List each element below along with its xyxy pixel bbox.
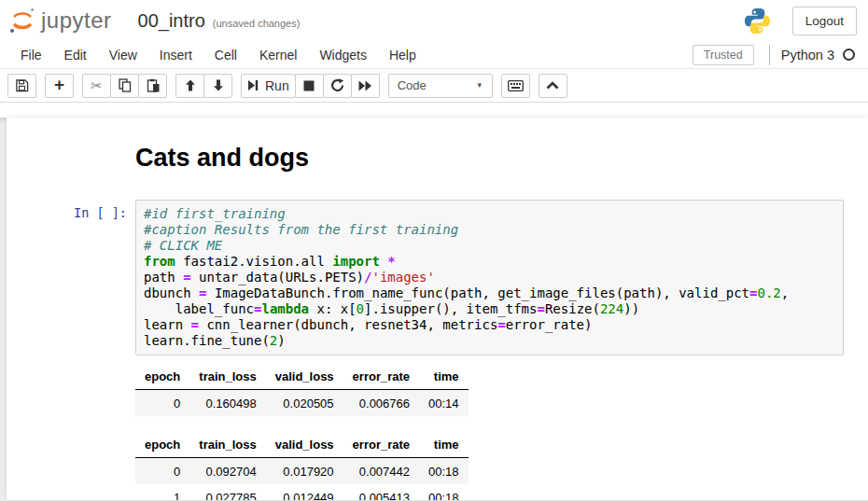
- markdown-cell-prompt: [11, 134, 135, 190]
- run-cell-button[interactable]: Run: [241, 74, 296, 98]
- menu-item-view[interactable]: View: [98, 43, 148, 67]
- table-cell: 0: [135, 390, 189, 417]
- fine-tune-results-table: epochtrain_lossvalid_losserror_ratetime …: [135, 432, 469, 500]
- move-down-icon: [213, 79, 224, 91]
- add-cell-icon: +: [54, 76, 64, 93]
- kernel-name: Python 3: [781, 48, 834, 63]
- python-logo-icon: [743, 7, 772, 35]
- command-palette-button[interactable]: [501, 74, 530, 98]
- kernel-idle-icon: [843, 49, 855, 61]
- menu-item-help[interactable]: Help: [378, 43, 427, 67]
- column-header: valid_loss: [266, 432, 343, 458]
- code-line: #caption Results from the first training: [144, 222, 835, 238]
- menu-item-kernel[interactable]: Kernel: [248, 43, 308, 67]
- table-cell: 00:18: [419, 484, 469, 500]
- menu-item-file[interactable]: File: [9, 43, 53, 67]
- move-up-icon: [185, 79, 196, 91]
- save-button[interactable]: [7, 74, 36, 98]
- copy-cell-button[interactable]: [110, 74, 139, 98]
- run-icon: [247, 79, 259, 91]
- add-cell-button[interactable]: +: [45, 74, 74, 98]
- interrupt-kernel-button[interactable]: [295, 74, 324, 98]
- trusted-button[interactable]: Trusted: [693, 45, 754, 65]
- notebook-title[interactable]: 00_intro: [138, 10, 205, 32]
- restart-icon: [330, 78, 344, 92]
- logout-button[interactable]: Logout: [792, 7, 857, 35]
- menu-item-edit[interactable]: Edit: [53, 43, 98, 67]
- menu-item-cell[interactable]: Cell: [203, 43, 248, 67]
- training-results-table: epochtrain_lossvalid_losserror_ratetime …: [135, 364, 469, 416]
- save-icon: [15, 78, 29, 92]
- jupyter-logo-icon: [7, 6, 37, 35]
- stop-icon: [303, 80, 315, 91]
- column-header: time: [419, 432, 469, 458]
- table-cell: 0.012449: [266, 484, 343, 500]
- code-line: from fastai2.vision.all import *: [144, 254, 835, 270]
- code-line: #id first_training: [144, 206, 835, 222]
- menubar-items: FileEditViewInsertCellKernelWidgetsHelp: [9, 43, 427, 67]
- column-header: time: [419, 364, 469, 390]
- copy-icon: [119, 78, 132, 92]
- cut-icon: ✂: [91, 78, 103, 92]
- table-cell: 0.005413: [343, 484, 419, 500]
- jupyter-logo[interactable]: jupyter: [7, 6, 112, 35]
- restart-kernel-button[interactable]: [323, 74, 352, 98]
- cell-type-value: Code: [398, 78, 427, 92]
- table-cell: 0.092704: [189, 458, 265, 485]
- column-header: error_rate: [343, 364, 419, 390]
- column-header: epoch: [135, 432, 189, 458]
- table-cell: 00:14: [419, 390, 469, 417]
- code-editor[interactable]: #id first_training#caption Results from …: [135, 200, 844, 355]
- table-cell: 0.020505: [266, 390, 343, 417]
- paste-icon: [147, 78, 160, 92]
- code-line: path = untar_data(URLs.PETS)/'images': [144, 270, 835, 285]
- column-header: epoch: [135, 364, 189, 390]
- menubar: FileEditViewInsertCellKernelWidgetsHelp …: [0, 41, 868, 69]
- menu-item-widgets[interactable]: Widgets: [308, 43, 378, 67]
- column-header: error_rate: [343, 432, 419, 458]
- move-cell-up-button[interactable]: [175, 74, 204, 98]
- dropdown-caret-icon: ▼: [476, 81, 483, 90]
- table-cell: 0: [135, 458, 189, 485]
- table-row: 00.0927040.0179200.00744200:18: [135, 458, 469, 485]
- code-cell[interactable]: In [ ]: #id first_training#caption Resul…: [7, 195, 868, 500]
- chevron-up-icon: [546, 81, 559, 90]
- menu-item-insert[interactable]: Insert: [148, 43, 203, 67]
- paste-cell-button[interactable]: [138, 74, 167, 98]
- notebook-panel: Cats and dogs In [ ]: #id first_training…: [0, 118, 868, 501]
- cell-type-select[interactable]: Code ▼: [388, 74, 493, 98]
- code-line: label_func=lambda x: x[0].isupper(), ite…: [144, 301, 835, 317]
- column-header: valid_loss: [266, 364, 343, 390]
- table-cell: 00:18: [419, 458, 469, 485]
- jupyter-wordmark: jupyter: [41, 7, 112, 34]
- notebook-header: jupyter 00_intro (unsaved changes) Logou…: [0, 0, 868, 41]
- checkpoint-status: (unsaved changes): [213, 18, 301, 29]
- input-prompt: In [ ]:: [11, 200, 135, 500]
- restart-run-all-button[interactable]: [351, 74, 380, 98]
- table-cell: 0.160498: [189, 390, 265, 417]
- markdown-cell[interactable]: Cats and dogs: [7, 130, 868, 195]
- table-cell: 0.017920: [266, 458, 343, 485]
- keyboard-icon: [508, 80, 524, 91]
- column-header: train_loss: [189, 364, 265, 390]
- code-line: dbunch = ImageDataBunch.from_name_func(p…: [144, 285, 835, 301]
- run-button-label: Run: [265, 78, 289, 93]
- scroll-up-button[interactable]: [539, 74, 567, 98]
- table-cell: 0.007442: [343, 458, 419, 485]
- table-header-row: epochtrain_lossvalid_losserror_ratetime: [135, 364, 469, 390]
- column-header: train_loss: [189, 432, 265, 458]
- cut-cell-button[interactable]: ✂: [82, 74, 111, 98]
- fast-forward-icon: [358, 80, 372, 91]
- table-row: 10.0277850.0124490.00541300:18: [135, 484, 469, 500]
- notebook: Cats and dogs In [ ]: #id first_training…: [7, 118, 868, 500]
- table-header-row: epochtrain_lossvalid_losserror_ratetime: [135, 432, 469, 458]
- table-cell: 1: [135, 484, 189, 500]
- menubar-divider: [769, 45, 770, 65]
- table-cell: 0.027785: [189, 484, 265, 500]
- toolbar: + ✂: [0, 69, 868, 103]
- move-cell-down-button[interactable]: [203, 74, 232, 98]
- code-line: learn.fine_tune(2): [144, 333, 835, 349]
- code-line: learn = cnn_learner(dbunch, resnet34, me…: [144, 317, 835, 333]
- table-cell: 0.006766: [343, 390, 419, 417]
- section-heading: Cats and dogs: [135, 144, 844, 173]
